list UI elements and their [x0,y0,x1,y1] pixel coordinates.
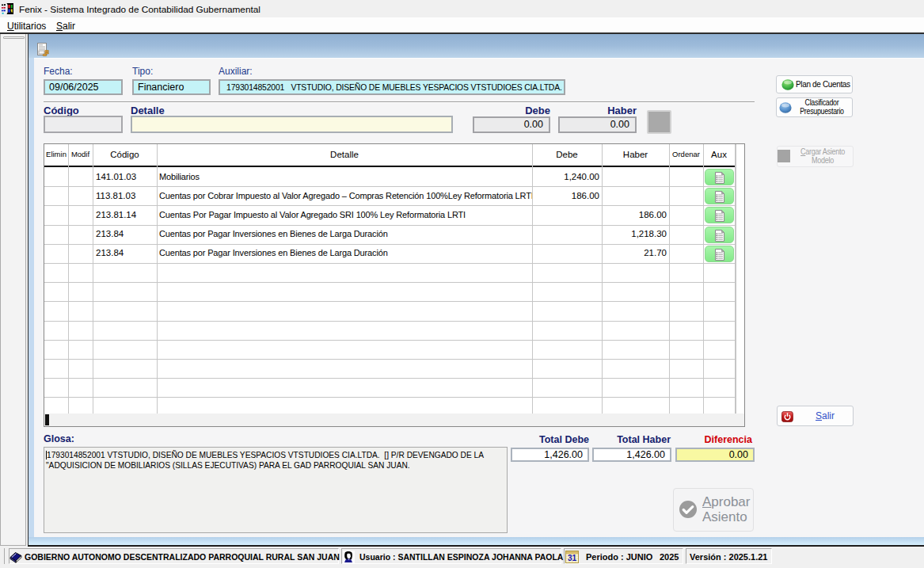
svg-text:31: 31 [568,554,577,562]
